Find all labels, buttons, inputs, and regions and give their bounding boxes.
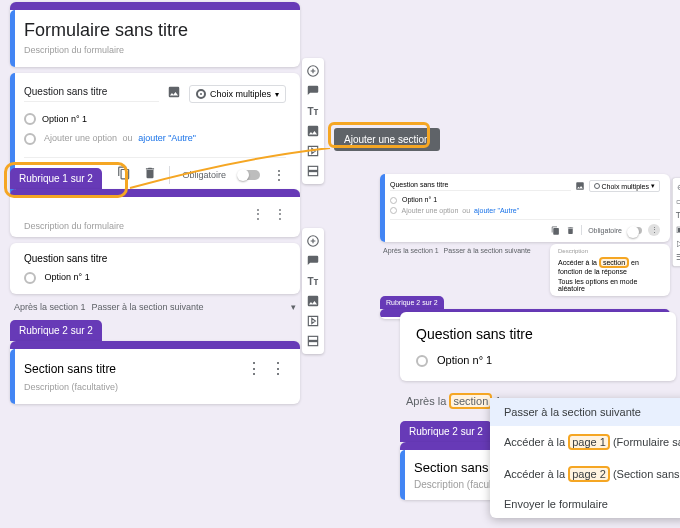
import-icon[interactable] (304, 82, 322, 100)
question-type-select[interactable]: Choix multiples ▾ (589, 180, 660, 192)
highlighted-page-2: page 2 (568, 466, 610, 482)
form-title[interactable]: Formulaire sans titre (24, 20, 286, 41)
question-title[interactable]: Question sans titre (24, 253, 286, 264)
more-icon[interactable]: ⋮ (274, 207, 286, 221)
dropdown-next[interactable]: Passer à la section suivante (490, 398, 680, 426)
add-section-icon[interactable]: ☰ (674, 251, 680, 264)
image-icon[interactable] (167, 85, 181, 103)
add-video-icon[interactable] (304, 142, 322, 160)
import-icon[interactable] (304, 252, 322, 270)
more-icon[interactable]: ⋮ (246, 359, 262, 378)
highlighted-section: section (449, 393, 492, 409)
add-question-icon[interactable] (304, 232, 322, 250)
dropdown-submit[interactable]: Envoyer le formulaire (490, 490, 680, 518)
section-chip: Rubrique 2 sur 2 (380, 296, 444, 309)
radio-option-icon (416, 355, 428, 367)
dropdown-page1[interactable]: Accéder à la page 1 (Formulaire sans tit… (490, 426, 680, 458)
goto-section-option[interactable]: Accéder à la section en fonction de la r… (558, 257, 662, 275)
shuffle-option[interactable]: Tous les options en mode aléatoire (558, 278, 662, 292)
more-icon[interactable]: ⋮ (648, 224, 660, 236)
add-title-icon[interactable]: Tт (674, 209, 680, 222)
add-video-icon[interactable]: ▷ (674, 237, 680, 250)
add-section-icon[interactable] (304, 162, 322, 180)
add-other[interactable]: ajouter "Autre" (138, 133, 196, 143)
section-chip: Rubrique 2 sur 2 (400, 421, 492, 442)
add-other[interactable]: ajouter "Autre" (474, 207, 519, 214)
option-1[interactable]: Option n° 1 (45, 272, 90, 282)
add-option[interactable]: Ajouter une option (402, 207, 459, 214)
add-section-tooltip: Ajouter une section (334, 128, 440, 151)
add-title-icon[interactable]: Tт (304, 272, 322, 290)
add-section-icon[interactable] (304, 332, 322, 350)
chevron-down-icon: ▾ (291, 302, 296, 312)
section-chip-2: Rubrique 2 sur 2 (10, 320, 102, 341)
chevron-down-icon: ▾ (275, 90, 279, 99)
question-title-input[interactable]: Question sans titre (24, 86, 159, 102)
svg-rect-5 (308, 342, 317, 346)
description-label: Description (558, 248, 662, 254)
radio-option-icon (24, 272, 36, 284)
delete-icon[interactable] (566, 226, 575, 235)
after-section-row[interactable]: Après la section 1 Passer à la section s… (10, 294, 300, 320)
option-1[interactable]: Option n° 1 (437, 354, 492, 366)
add-image-icon[interactable]: ▣ (674, 223, 680, 236)
question-title[interactable]: Question sans titre (416, 326, 660, 342)
add-video-icon[interactable] (304, 312, 322, 330)
highlighted-page-1: page 1 (568, 434, 610, 450)
radio-type-icon (196, 89, 206, 99)
more-icon[interactable]: ⋮ (252, 207, 264, 221)
image-icon[interactable] (575, 181, 585, 192)
section-nav-dropdown: Passer à la section suivante Accéder à l… (490, 398, 680, 518)
option-1[interactable]: Option n° 1 (42, 114, 87, 124)
form-d: Question sans titre Option n° 1 Après la… (400, 312, 676, 500)
radio-option-icon (24, 113, 36, 125)
highlighted-section: section (599, 257, 629, 268)
form-c: Question sans titre Choix multiples ▾ Op… (380, 174, 670, 319)
form-b: Rubrique 1 sur 2 ⋮ ⋮ Description du form… (10, 168, 300, 404)
dropdown-page2[interactable]: Accéder à la page 2 (Section sans titre) (490, 458, 680, 490)
svg-rect-1 (308, 166, 317, 170)
add-image-icon[interactable] (304, 122, 322, 140)
section-chip-1: Rubrique 1 sur 2 (10, 168, 102, 189)
svg-rect-2 (308, 172, 317, 176)
add-option[interactable]: Ajouter une option (44, 133, 117, 143)
question-title[interactable]: Question sans titre (390, 181, 571, 191)
add-question-icon[interactable]: ⊕ (674, 181, 680, 194)
section-desc[interactable]: Description (facultative) (24, 382, 286, 392)
import-icon[interactable]: ▭ (674, 195, 680, 208)
question-type-select[interactable]: Choix multiples ▾ (189, 85, 286, 103)
form-description[interactable]: Description du formulaire (24, 45, 286, 55)
add-question-icon[interactable] (304, 62, 322, 80)
form-a: Formulaire sans titre Description du for… (10, 2, 300, 196)
duplicate-icon[interactable] (551, 226, 560, 235)
required-label: Obligatoire (588, 227, 622, 234)
section-title[interactable]: Section sans titre (24, 362, 246, 376)
option-1[interactable]: Option n° 1 (402, 196, 437, 203)
add-image-icon[interactable] (304, 292, 322, 310)
add-title-icon[interactable]: Tт (304, 102, 322, 120)
radio-add-icon (24, 133, 36, 145)
svg-rect-4 (308, 336, 317, 340)
required-toggle[interactable] (628, 227, 642, 234)
more-icon[interactable]: ⋮ (270, 359, 286, 378)
form-description[interactable]: Description du formulaire (24, 221, 286, 231)
